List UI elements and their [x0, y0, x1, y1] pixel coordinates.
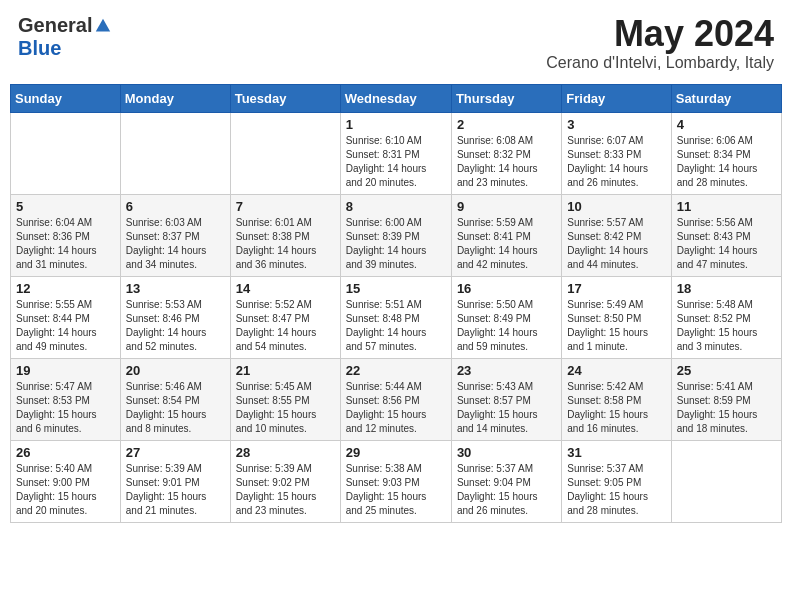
- calendar-cell: 23Sunrise: 5:43 AM Sunset: 8:57 PM Dayli…: [451, 358, 561, 440]
- day-info: Sunrise: 5:51 AM Sunset: 8:48 PM Dayligh…: [346, 298, 446, 354]
- weekday-header-wednesday: Wednesday: [340, 84, 451, 112]
- calendar-cell: 31Sunrise: 5:37 AM Sunset: 9:05 PM Dayli…: [562, 440, 671, 522]
- week-row-3: 12Sunrise: 5:55 AM Sunset: 8:44 PM Dayli…: [11, 276, 782, 358]
- day-number: 26: [16, 445, 115, 460]
- day-info: Sunrise: 5:37 AM Sunset: 9:04 PM Dayligh…: [457, 462, 556, 518]
- day-info: Sunrise: 5:59 AM Sunset: 8:41 PM Dayligh…: [457, 216, 556, 272]
- day-number: 9: [457, 199, 556, 214]
- page-header: General Blue May 2024 Cerano d'Intelvi, …: [10, 10, 782, 76]
- week-row-4: 19Sunrise: 5:47 AM Sunset: 8:53 PM Dayli…: [11, 358, 782, 440]
- weekday-header-monday: Monday: [120, 84, 230, 112]
- calendar-cell: 27Sunrise: 5:39 AM Sunset: 9:01 PM Dayli…: [120, 440, 230, 522]
- day-info: Sunrise: 6:04 AM Sunset: 8:36 PM Dayligh…: [16, 216, 115, 272]
- day-info: Sunrise: 6:07 AM Sunset: 8:33 PM Dayligh…: [567, 134, 665, 190]
- day-info: Sunrise: 6:10 AM Sunset: 8:31 PM Dayligh…: [346, 134, 446, 190]
- day-number: 17: [567, 281, 665, 296]
- calendar-cell: [11, 112, 121, 194]
- calendar-cell: 12Sunrise: 5:55 AM Sunset: 8:44 PM Dayli…: [11, 276, 121, 358]
- day-number: 2: [457, 117, 556, 132]
- calendar-cell: 18Sunrise: 5:48 AM Sunset: 8:52 PM Dayli…: [671, 276, 781, 358]
- svg-marker-0: [96, 18, 110, 31]
- calendar-cell: 1Sunrise: 6:10 AM Sunset: 8:31 PM Daylig…: [340, 112, 451, 194]
- day-info: Sunrise: 5:39 AM Sunset: 9:02 PM Dayligh…: [236, 462, 335, 518]
- day-info: Sunrise: 5:48 AM Sunset: 8:52 PM Dayligh…: [677, 298, 776, 354]
- day-number: 31: [567, 445, 665, 460]
- day-info: Sunrise: 5:43 AM Sunset: 8:57 PM Dayligh…: [457, 380, 556, 436]
- weekday-header-row: SundayMondayTuesdayWednesdayThursdayFrid…: [11, 84, 782, 112]
- calendar-cell: 10Sunrise: 5:57 AM Sunset: 8:42 PM Dayli…: [562, 194, 671, 276]
- calendar-cell: 6Sunrise: 6:03 AM Sunset: 8:37 PM Daylig…: [120, 194, 230, 276]
- calendar-cell: 22Sunrise: 5:44 AM Sunset: 8:56 PM Dayli…: [340, 358, 451, 440]
- weekday-header-friday: Friday: [562, 84, 671, 112]
- calendar-cell: 24Sunrise: 5:42 AM Sunset: 8:58 PM Dayli…: [562, 358, 671, 440]
- logo-general-text: General: [18, 14, 92, 37]
- calendar-cell: 17Sunrise: 5:49 AM Sunset: 8:50 PM Dayli…: [562, 276, 671, 358]
- day-number: 27: [126, 445, 225, 460]
- day-info: Sunrise: 5:49 AM Sunset: 8:50 PM Dayligh…: [567, 298, 665, 354]
- day-info: Sunrise: 6:01 AM Sunset: 8:38 PM Dayligh…: [236, 216, 335, 272]
- day-info: Sunrise: 5:55 AM Sunset: 8:44 PM Dayligh…: [16, 298, 115, 354]
- day-info: Sunrise: 5:42 AM Sunset: 8:58 PM Dayligh…: [567, 380, 665, 436]
- calendar-cell: [671, 440, 781, 522]
- calendar-cell: 30Sunrise: 5:37 AM Sunset: 9:04 PM Dayli…: [451, 440, 561, 522]
- weekday-header-thursday: Thursday: [451, 84, 561, 112]
- calendar-cell: 21Sunrise: 5:45 AM Sunset: 8:55 PM Dayli…: [230, 358, 340, 440]
- day-number: 1: [346, 117, 446, 132]
- day-info: Sunrise: 5:45 AM Sunset: 8:55 PM Dayligh…: [236, 380, 335, 436]
- day-number: 24: [567, 363, 665, 378]
- day-info: Sunrise: 6:08 AM Sunset: 8:32 PM Dayligh…: [457, 134, 556, 190]
- day-number: 11: [677, 199, 776, 214]
- calendar-cell: 15Sunrise: 5:51 AM Sunset: 8:48 PM Dayli…: [340, 276, 451, 358]
- day-info: Sunrise: 5:38 AM Sunset: 9:03 PM Dayligh…: [346, 462, 446, 518]
- day-info: Sunrise: 5:57 AM Sunset: 8:42 PM Dayligh…: [567, 216, 665, 272]
- day-number: 29: [346, 445, 446, 460]
- calendar-cell: 4Sunrise: 6:06 AM Sunset: 8:34 PM Daylig…: [671, 112, 781, 194]
- weekday-header-saturday: Saturday: [671, 84, 781, 112]
- day-number: 10: [567, 199, 665, 214]
- day-number: 7: [236, 199, 335, 214]
- day-number: 5: [16, 199, 115, 214]
- calendar-cell: 25Sunrise: 5:41 AM Sunset: 8:59 PM Dayli…: [671, 358, 781, 440]
- calendar-cell: 8Sunrise: 6:00 AM Sunset: 8:39 PM Daylig…: [340, 194, 451, 276]
- logo-icon: [94, 17, 112, 35]
- day-number: 16: [457, 281, 556, 296]
- weekday-header-tuesday: Tuesday: [230, 84, 340, 112]
- day-number: 20: [126, 363, 225, 378]
- logo: General Blue: [18, 14, 112, 60]
- day-info: Sunrise: 5:46 AM Sunset: 8:54 PM Dayligh…: [126, 380, 225, 436]
- day-number: 4: [677, 117, 776, 132]
- calendar-cell: 7Sunrise: 6:01 AM Sunset: 8:38 PM Daylig…: [230, 194, 340, 276]
- calendar-cell: [120, 112, 230, 194]
- day-info: Sunrise: 6:03 AM Sunset: 8:37 PM Dayligh…: [126, 216, 225, 272]
- title-section: May 2024 Cerano d'Intelvi, Lombardy, Ita…: [546, 14, 774, 72]
- day-number: 22: [346, 363, 446, 378]
- week-row-5: 26Sunrise: 5:40 AM Sunset: 9:00 PM Dayli…: [11, 440, 782, 522]
- logo-blue-text: Blue: [18, 37, 61, 60]
- day-info: Sunrise: 5:40 AM Sunset: 9:00 PM Dayligh…: [16, 462, 115, 518]
- calendar-cell: [230, 112, 340, 194]
- calendar-cell: 20Sunrise: 5:46 AM Sunset: 8:54 PM Dayli…: [120, 358, 230, 440]
- day-info: Sunrise: 5:53 AM Sunset: 8:46 PM Dayligh…: [126, 298, 225, 354]
- month-year-title: May 2024: [546, 14, 774, 54]
- day-info: Sunrise: 6:06 AM Sunset: 8:34 PM Dayligh…: [677, 134, 776, 190]
- week-row-2: 5Sunrise: 6:04 AM Sunset: 8:36 PM Daylig…: [11, 194, 782, 276]
- day-number: 18: [677, 281, 776, 296]
- calendar-cell: 29Sunrise: 5:38 AM Sunset: 9:03 PM Dayli…: [340, 440, 451, 522]
- day-number: 23: [457, 363, 556, 378]
- day-info: Sunrise: 5:37 AM Sunset: 9:05 PM Dayligh…: [567, 462, 665, 518]
- day-number: 30: [457, 445, 556, 460]
- calendar-cell: 16Sunrise: 5:50 AM Sunset: 8:49 PM Dayli…: [451, 276, 561, 358]
- weekday-header-sunday: Sunday: [11, 84, 121, 112]
- calendar-cell: 11Sunrise: 5:56 AM Sunset: 8:43 PM Dayli…: [671, 194, 781, 276]
- calendar-cell: 14Sunrise: 5:52 AM Sunset: 8:47 PM Dayli…: [230, 276, 340, 358]
- calendar-cell: 13Sunrise: 5:53 AM Sunset: 8:46 PM Dayli…: [120, 276, 230, 358]
- day-number: 21: [236, 363, 335, 378]
- day-info: Sunrise: 5:47 AM Sunset: 8:53 PM Dayligh…: [16, 380, 115, 436]
- calendar-table: SundayMondayTuesdayWednesdayThursdayFrid…: [10, 84, 782, 523]
- day-info: Sunrise: 5:50 AM Sunset: 8:49 PM Dayligh…: [457, 298, 556, 354]
- calendar-cell: 28Sunrise: 5:39 AM Sunset: 9:02 PM Dayli…: [230, 440, 340, 522]
- day-number: 3: [567, 117, 665, 132]
- day-info: Sunrise: 5:41 AM Sunset: 8:59 PM Dayligh…: [677, 380, 776, 436]
- day-number: 28: [236, 445, 335, 460]
- day-number: 13: [126, 281, 225, 296]
